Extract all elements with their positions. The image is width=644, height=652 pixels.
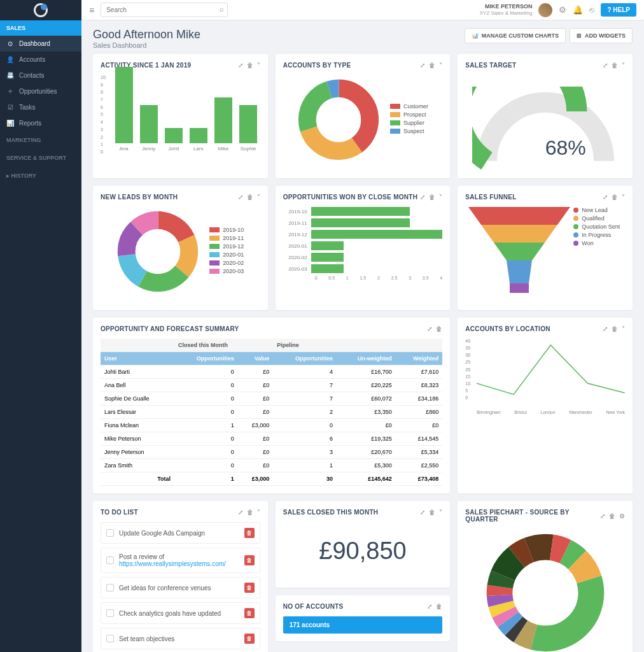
menu-icon[interactable]: ≡: [89, 5, 94, 15]
chevron-down-icon[interactable]: ˅: [622, 194, 625, 201]
trash-icon[interactable]: 🗑: [609, 513, 615, 520]
table-row: Lars Elessar0£02£3,350£860: [101, 406, 442, 419]
svg-point-3: [307, 89, 370, 151]
card-title: OPPORTUNITY AND FORECAST SUMMARY: [101, 325, 239, 332]
checkbox[interactable]: [106, 556, 114, 564]
table-row: Sophie De Gualle0£07£60,072£34,186: [101, 392, 442, 406]
sidebar-item-reports[interactable]: 📊Reports: [0, 115, 81, 131]
nav-icon: ✧: [6, 88, 14, 95]
trash-icon[interactable]: 🗑: [436, 603, 442, 610]
delete-button[interactable]: 🗑: [244, 634, 255, 644]
card-title: SALES FUNNEL: [465, 194, 516, 201]
svg-point-9: [127, 220, 189, 283]
expand-icon[interactable]: ⤢: [427, 325, 432, 332]
card-todo: TO DO LIST ⤢🗑˅ Update Google Ads Campaig…: [93, 501, 268, 652]
svg-marker-10: [468, 207, 570, 225]
chevron-down-icon[interactable]: ˅: [257, 509, 260, 516]
expand-icon[interactable]: ⤢: [420, 62, 425, 69]
trash-icon[interactable]: 🗑: [436, 325, 442, 332]
expand-icon[interactable]: ⤢: [238, 194, 243, 201]
trash-icon[interactable]: 🗑: [429, 62, 435, 69]
card-closed: SALES CLOSED THIS MONTH ⤢🗑˅ £90,850: [276, 501, 451, 588]
sidebar-item-accounts[interactable]: 👤Accounts: [0, 52, 81, 67]
trash-icon[interactable]: 🗑: [247, 194, 253, 201]
card-title: TO DO LIST: [101, 509, 138, 516]
chevron-down-icon[interactable]: ˅: [257, 62, 260, 69]
help-button[interactable]: ? HELP: [601, 3, 636, 17]
nav-icon: ☑: [6, 104, 14, 111]
delete-button[interactable]: 🗑: [244, 555, 255, 565]
svg-point-29: [500, 547, 591, 639]
trash-icon[interactable]: 🗑: [612, 325, 618, 332]
gear-icon[interactable]: ⚙: [559, 5, 566, 15]
sidebar-item-contacts[interactable]: 📇Contacts: [0, 67, 81, 83]
checkbox[interactable]: [106, 635, 114, 642]
table-row: Jenny Peterson0£03£20,670£5,334: [101, 446, 442, 459]
checkbox[interactable]: [106, 609, 114, 617]
bar: [239, 105, 257, 143]
expand-icon[interactable]: ⤢: [238, 509, 243, 516]
logout-icon[interactable]: ⎋: [589, 5, 594, 15]
sidebar-item-tasks[interactable]: ☑Tasks: [0, 99, 81, 115]
search-input[interactable]: [101, 3, 228, 17]
bar: [165, 128, 183, 143]
expand-icon[interactable]: ⤢: [603, 194, 608, 201]
nav-section-sales[interactable]: SALES: [0, 20, 81, 36]
chevron-down-icon[interactable]: ˅: [257, 194, 260, 201]
nav-icon: ⊙: [6, 40, 14, 47]
chevron-down-icon[interactable]: ˅: [439, 194, 442, 201]
delete-button[interactable]: 🗑: [244, 583, 255, 593]
expand-icon[interactable]: ⤢: [420, 509, 425, 516]
svg-marker-13: [507, 260, 532, 283]
chevron-down-icon[interactable]: ˅: [439, 62, 442, 69]
trash-icon[interactable]: 🗑: [612, 194, 618, 201]
trash-icon[interactable]: 🗑: [247, 509, 253, 516]
chevron-down-icon[interactable]: ˅: [622, 62, 625, 69]
accounts-count-value: 171 accounts: [283, 616, 443, 634]
todo-item: Check analytics goals have updated🗑: [101, 602, 260, 624]
add-widgets-button[interactable]: ⊞ ADD WIDGETS: [570, 28, 633, 43]
card-location: ACCOUNTS BY LOCATION ⤢🗑˅ 403530252015105…: [458, 318, 633, 493]
card-accounts-count: NO OF ACCOUNTS ⤢🗑 171 accounts: [276, 595, 451, 641]
bar: [190, 128, 207, 143]
card-accounts-type: ACCOUNTS BY TYPE ⤢🗑˅ CustomerProspectSup…: [276, 54, 451, 178]
avatar[interactable]: [538, 3, 552, 17]
expand-icon[interactable]: ⤢: [603, 62, 608, 69]
trash-icon[interactable]: 🗑: [429, 194, 435, 201]
bell-icon[interactable]: 🔔: [573, 5, 583, 15]
page-subtitle: Sales Dashboard: [93, 41, 200, 49]
sidebar: SALES ⊙Dashboard👤Accounts📇Contacts✧Oppor…: [0, 0, 81, 652]
gear-icon[interactable]: ⚙: [619, 513, 625, 520]
card-title: NO OF ACCOUNTS: [283, 603, 344, 610]
search-icon[interactable]: ⌕: [220, 5, 224, 13]
checkbox[interactable]: [106, 584, 114, 592]
chevron-down-icon[interactable]: ˅: [622, 325, 625, 332]
trash-icon[interactable]: 🗑: [612, 62, 618, 69]
trash-icon[interactable]: 🗑: [247, 62, 253, 69]
card-title: SALES PIECHART - SOURCE BY QUARTER: [465, 509, 600, 523]
bar: [115, 67, 133, 143]
expand-icon[interactable]: ⤢: [600, 513, 605, 520]
sidebar-item-dashboard[interactable]: ⊙Dashboard: [0, 36, 81, 52]
delete-button[interactable]: 🗑: [244, 528, 255, 538]
trash-icon[interactable]: 🗑: [429, 509, 435, 516]
delete-button[interactable]: 🗑: [244, 608, 255, 618]
page-title: Good Afternoon Mike: [93, 28, 200, 41]
nav-section-history[interactable]: ▸ HISTORY: [0, 167, 81, 185]
nav-icon: 📊: [6, 120, 14, 127]
expand-icon[interactable]: ⤢: [427, 603, 432, 610]
card-funnel: SALES FUNNEL ⤢🗑˅ New LeadQualifiedQuotat…: [458, 186, 633, 310]
nav-section-service[interactable]: SERVICE & SUPPORT: [0, 149, 81, 167]
chevron-down-icon[interactable]: ˅: [439, 509, 442, 516]
nav-section-marketing[interactable]: MARKETING: [0, 131, 81, 149]
expand-icon[interactable]: ⤢: [420, 194, 425, 201]
card-new-leads: NEW LEADS BY MONTH ⤢🗑˅ 2019-102019-11201…: [93, 186, 268, 310]
table-row: Zara Smith0£01£5,300£2,550: [101, 459, 442, 472]
manage-charts-button[interactable]: 📊 MANAGE CUSTOM CHARTS: [465, 28, 566, 43]
sidebar-item-opportunities[interactable]: ✧Opportunities: [0, 83, 81, 99]
checkbox[interactable]: [106, 529, 114, 537]
expand-icon[interactable]: ⤢: [238, 62, 243, 69]
user-info: MIKE PETERSON XYZ Sales & Marketing: [480, 3, 533, 16]
todo-item: Set team objectives🗑: [101, 628, 260, 649]
expand-icon[interactable]: ⤢: [603, 325, 608, 332]
